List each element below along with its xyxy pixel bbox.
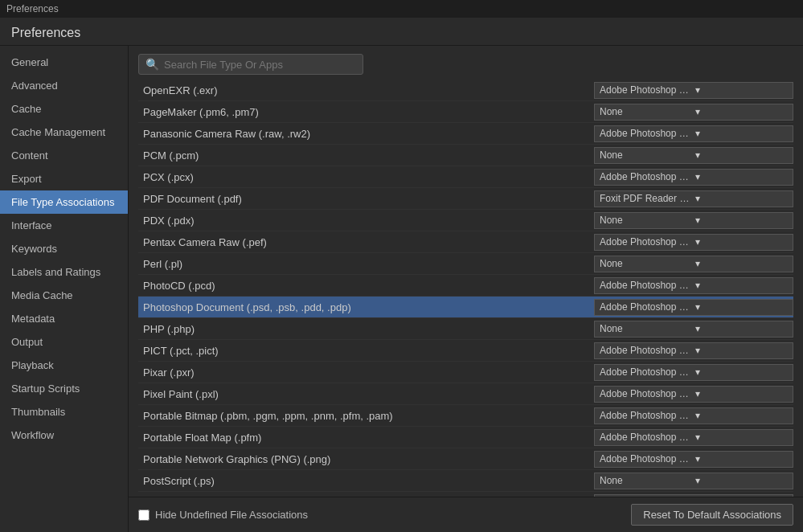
search-input[interactable] (164, 59, 341, 71)
chevron-down-icon: ▾ (695, 149, 788, 161)
chevron-down-icon: ▾ (695, 171, 788, 182)
sidebar-item-thumbnails[interactable]: Thumbnails (0, 400, 128, 424)
sidebar-item-metadata[interactable]: Metadata (0, 307, 128, 330)
table-row[interactable]: OpenEXR (.exr)Adobe Photoshop 2023 24.1▾ (138, 80, 793, 101)
chevron-down-icon: ▾ (695, 301, 788, 313)
file-name-label: Portable Network Graphics (PNG) (.png) (138, 453, 594, 465)
file-name-label: PDF Document (.pdf) (138, 193, 594, 205)
chevron-down-icon: ▾ (695, 106, 788, 117)
sidebar-item-advanced[interactable]: Advanced (0, 74, 128, 97)
sidebar-item-workflow[interactable]: Workflow (0, 424, 128, 447)
chevron-down-icon: ▾ (695, 236, 788, 248)
app-select-dropdown[interactable]: None▾ (594, 256, 793, 272)
chevron-down-icon: ▾ (695, 345, 788, 356)
app-name-label: Adobe Photoshop 2023 24.1 (600, 280, 692, 291)
app-select-dropdown[interactable]: None▾ (594, 104, 793, 121)
app-select-dropdown[interactable]: Adobe Photoshop 2023 24.1▾ (594, 169, 793, 186)
file-name-label: Photoshop Document (.psd, .psb, .pdd, .p… (138, 301, 594, 313)
table-row[interactable]: Pentax Camera Raw (.pef)Adobe Photoshop … (138, 231, 793, 253)
table-row[interactable]: Panasonic Camera Raw (.raw, .rw2)Adobe P… (138, 123, 793, 145)
app-select-dropdown[interactable]: Foxit PDF Reader 12.0▾ (594, 190, 793, 207)
table-row[interactable]: Pixar (.pxr)Adobe Photoshop 2023 24.1▾ (138, 362, 793, 383)
file-name-label: PDX (.pdx) (138, 215, 594, 227)
sidebar-item-general[interactable]: General (0, 51, 128, 74)
app-select-dropdown[interactable]: None▾ (594, 212, 793, 229)
sidebar-item-cache[interactable]: Cache (0, 97, 128, 121)
chevron-down-icon: ▾ (695, 453, 788, 464)
reset-associations-button[interactable]: Reset To Default Associations (631, 504, 793, 526)
app-name-label: Foxit PDF Reader 12.0 (600, 193, 692, 204)
app-select-dropdown[interactable]: Adobe Photoshop 2023 24.1▾ (594, 234, 793, 251)
main-container: Preferences GeneralAdvancedCacheCache Ma… (0, 18, 803, 532)
sidebar-item-cache-management[interactable]: Cache Management (0, 121, 128, 144)
app-select-dropdown[interactable]: None▾ (594, 494, 793, 497)
app-name-label: Adobe Photoshop 2023 24.1 (600, 128, 692, 139)
table-row[interactable]: Perl (.pl)None▾ (138, 253, 793, 275)
app-select-dropdown[interactable]: Adobe Photoshop 2023 24.1▾ (594, 342, 793, 359)
file-name-label: Pixar (.pxr) (138, 366, 594, 379)
app-name-label: None (600, 106, 692, 117)
app-select-dropdown[interactable]: Adobe Photoshop 2023 24.1▾ (594, 125, 793, 142)
app-select-dropdown[interactable]: None▾ (594, 473, 793, 489)
title-bar: Preferences (0, 0, 803, 18)
table-row[interactable]: Portable Network Graphics (PNG) (.png)Ad… (138, 448, 793, 470)
table-row[interactable]: PDX (.pdx)None▾ (138, 210, 793, 231)
sidebar-item-keywords[interactable]: Keywords (0, 237, 128, 260)
app-select-dropdown[interactable]: Adobe Photoshop 2023 24.1▾ (594, 429, 793, 446)
chevron-down-icon: ▾ (695, 410, 788, 421)
sidebar-item-labels-and-ratings[interactable]: Labels and Ratings (0, 260, 128, 284)
table-row[interactable]: PCM (.pcm)None▾ (138, 145, 793, 166)
hide-undefined-checkbox-wrap[interactable]: Hide Undefined File Associations (138, 509, 308, 521)
app-name-label: Adobe Photoshop 2023 24.1 (600, 453, 692, 464)
app-name-label: None (600, 149, 692, 161)
sidebar-item-export[interactable]: Export (0, 167, 128, 190)
table-row[interactable]: Portable Float Map (.pfm)Adobe Photoshop… (138, 427, 793, 448)
app-name-label: Adobe Photoshop 2023 24.1 (600, 366, 692, 378)
file-name-label: PHP (.php) (138, 323, 594, 335)
chevron-down-icon: ▾ (695, 215, 788, 226)
table-row[interactable]: PhotoCD (.pcd)Adobe Photoshop 2023 24.1▾ (138, 275, 793, 297)
table-row[interactable]: PDF Document (.pdf)Foxit PDF Reader 12.0… (138, 188, 793, 210)
app-select-dropdown[interactable]: Adobe Photoshop 2023 24.1▾ (594, 451, 793, 468)
table-row[interactable]: PICT (.pct, .pict)Adobe Photoshop 2023 2… (138, 340, 793, 362)
file-name-label: PageMaker (.pm6, .pm7) (138, 106, 594, 118)
app-select-dropdown[interactable]: Adobe Photoshop 2023 24.1▾ (594, 277, 793, 294)
app-select-dropdown[interactable]: Adobe Photoshop 2023 24.0▾ (594, 299, 793, 316)
preferences-header: Preferences (0, 18, 803, 46)
table-row[interactable]: PCX (.pcx)Adobe Photoshop 2023 24.1▾ (138, 166, 793, 188)
file-name-label: Perl (.pl) (138, 258, 594, 270)
sidebar-item-media-cache[interactable]: Media Cache (0, 284, 128, 307)
app-select-dropdown[interactable]: None▾ (594, 321, 793, 338)
app-select-dropdown[interactable]: Adobe Photoshop 2023 24.1▾ (594, 364, 793, 381)
file-list-container: OpenEXR (.exr)Adobe Photoshop 2023 24.1▾… (129, 80, 803, 497)
file-name-label: Panasonic Camera Raw (.raw, .rw2) (138, 128, 594, 140)
chevron-down-icon: ▾ (695, 323, 788, 334)
app-select-dropdown[interactable]: Adobe Photoshop 2023 24.1▾ (594, 386, 793, 403)
hide-undefined-checkbox[interactable] (138, 509, 150, 521)
sidebar-item-playback[interactable]: Playback (0, 354, 128, 377)
window-title: Preferences (6, 3, 59, 14)
table-row[interactable]: PHP (.php)None▾ (138, 318, 793, 340)
table-row[interactable]: PageMaker (.pm6, .pm7)None▾ (138, 101, 793, 123)
sidebar-item-content[interactable]: Content (0, 144, 128, 167)
app-name-label: Adobe Photoshop 2023 24.0 (600, 301, 692, 313)
chevron-down-icon: ▾ (695, 280, 788, 291)
sidebar-item-startup-scripts[interactable]: Startup Scripts (0, 377, 128, 400)
app-name-label: Adobe Photoshop 2023 24.1 (600, 432, 692, 443)
chevron-down-icon: ▾ (695, 84, 788, 96)
sidebar-item-output[interactable]: Output (0, 330, 128, 354)
hide-undefined-label: Hide Undefined File Associations (155, 509, 308, 521)
app-select-dropdown[interactable]: None▾ (594, 147, 793, 164)
app-name-label: None (600, 258, 692, 269)
table-row[interactable]: PostScript (.ps)None▾ (138, 470, 793, 492)
table-row[interactable]: Pixel Paint (.pxl)Adobe Photoshop 2023 2… (138, 383, 793, 405)
app-select-dropdown[interactable]: Adobe Photoshop 2023 24.1▾ (594, 82, 793, 99)
sidebar-item-interface[interactable]: Interface (0, 214, 128, 237)
search-icon: 🔍 (145, 58, 159, 71)
table-row[interactable]: Photoshop Document (.psd, .psb, .pdd, .p… (138, 297, 793, 318)
table-row[interactable]: Portable Bitmap (.pbm, .pgm, .ppm, .pnm,… (138, 405, 793, 427)
app-select-dropdown[interactable]: Adobe Photoshop 2023 24.1▾ (594, 407, 793, 424)
sidebar: GeneralAdvancedCacheCache ManagementCont… (0, 46, 129, 532)
file-name-label: PhotoCD (.pcd) (138, 280, 594, 292)
sidebar-item-file-type-associations[interactable]: File Type Associations (0, 190, 128, 214)
